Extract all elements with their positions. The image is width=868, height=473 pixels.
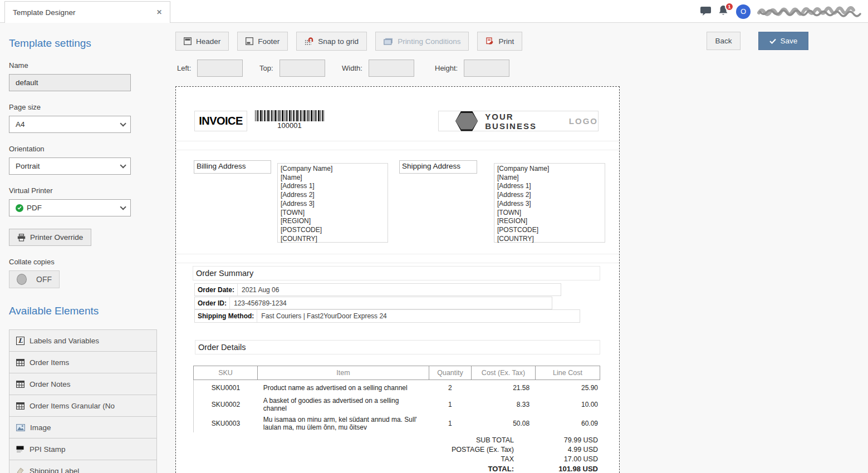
virtual-printer-value: PDF <box>27 204 42 212</box>
column-header-quantity: Quantity <box>429 366 472 380</box>
virtual-printer-select[interactable]: PDF <box>9 199 131 216</box>
width-label: Width: <box>342 64 362 72</box>
redacted-email-scribble <box>757 5 864 18</box>
width-input[interactable] <box>369 60 414 77</box>
order-id-row[interactable]: Order ID: 123-456789-1234 <box>194 297 552 309</box>
save-button-label: Save <box>781 37 798 45</box>
nav-actions: Back Save <box>707 32 808 50</box>
element-order-items[interactable]: Order Items <box>9 351 157 373</box>
name-input[interactable] <box>9 74 131 91</box>
footer-button-label: Footer <box>258 37 279 46</box>
shipping-method-row[interactable]: Shipping Method: Fast Couriers | Fast2Yo… <box>194 309 580 323</box>
header-icon <box>184 37 192 45</box>
cell-cost: 8.33 <box>471 401 535 408</box>
element-labels-and-variables[interactable]: L Labels and Variables <box>9 329 157 352</box>
printer-override-label: Printer Override <box>30 233 83 242</box>
cell-sku: SKU0001 <box>194 384 258 392</box>
tax-row: TAX 17.00 USD <box>193 454 600 464</box>
notifications-bell-icon[interactable]: 1 <box>718 5 730 18</box>
header-button[interactable]: Header <box>175 32 229 51</box>
orientation-select[interactable]: Portrait <box>9 157 131 175</box>
shipping-address-label-element[interactable]: Shipping Address <box>399 160 477 174</box>
notification-badge: 1 <box>725 2 734 11</box>
billing-address-values-element[interactable]: [Company Name][Name][Address 1][Address … <box>277 163 388 243</box>
labels-and-variables-icon: L <box>16 337 24 345</box>
page-size-label: Page size <box>9 103 159 111</box>
snap-to-grid-button[interactable]: Snap to grid <box>296 32 367 51</box>
top-input[interactable] <box>279 60 325 77</box>
logo-text-secondary: LOGO <box>569 116 598 126</box>
collate-copies-toggle[interactable]: OFF <box>9 270 60 288</box>
billing-address-label-element[interactable]: Billing Address <box>194 160 271 174</box>
section-divider <box>176 254 619 254</box>
table-row: SKU0001 Product name as advertised on a … <box>193 380 600 395</box>
invoice-title-element[interactable]: INVOICE <box>194 111 247 131</box>
design-canvas[interactable]: INVOICE 100001 YOUR BUSINESS LOGO Billin… <box>175 86 620 473</box>
cell-cost: 21.58 <box>471 384 535 392</box>
template-settings-panel: Template settings Name Page size A4 Orie… <box>9 23 159 473</box>
height-label: Height: <box>435 64 458 72</box>
element-image[interactable]: Image <box>9 416 157 438</box>
printing-conditions-button[interactable]: Printing Conditions <box>375 32 469 51</box>
orientation-label: Orientation <box>9 145 159 153</box>
element-order-notes[interactable]: Order Notes <box>9 373 157 395</box>
name-label: Name <box>9 61 159 70</box>
left-input[interactable] <box>197 60 243 77</box>
order-details-title[interactable]: Order Details <box>195 340 600 354</box>
footer-button[interactable]: Footer <box>237 32 288 51</box>
column-header-cost: Cost (Ex. Tax) <box>472 366 536 380</box>
cell-quantity: 1 <box>429 401 471 408</box>
order-id-value: 123-456789-1234 <box>229 297 552 309</box>
element-label: Order Notes <box>30 380 71 388</box>
green-check-icon <box>16 204 23 212</box>
element-shipping-label[interactable]: Shipping Label <box>9 460 157 473</box>
cell-cost: 50.08 <box>471 420 535 427</box>
postage-row: POSTAGE (Ex. Tax) 4.99 USD <box>193 445 600 454</box>
printer-icon <box>17 234 26 242</box>
image-icon <box>16 424 25 431</box>
hexagon-logo-icon <box>455 111 478 131</box>
avatar[interactable]: O <box>736 4 751 19</box>
page-size-select[interactable]: A4 <box>9 116 131 133</box>
back-button[interactable]: Back <box>707 32 741 50</box>
shipping-method-value: Fast Couriers | Fast2YourDoor Express 24 <box>257 310 580 322</box>
section-divider <box>176 263 619 263</box>
designer-toolbar: Header Footer Snap to grid Printing Cond… <box>175 32 522 51</box>
order-summary-title[interactable]: Order Summary <box>193 266 600 280</box>
business-logo-element[interactable]: YOUR BUSINESS LOGO <box>438 111 599 131</box>
save-button[interactable]: Save <box>758 32 808 50</box>
stamp-icon <box>16 446 24 453</box>
tax-label: TAX <box>330 455 514 463</box>
element-label: PPI Stamp <box>30 445 66 454</box>
table-row: SKU0002 A basket of goodies as advertise… <box>193 395 600 414</box>
element-label: Labels and Variables <box>30 337 99 345</box>
column-header-item: Item <box>258 366 429 380</box>
tab-title: Template Designer <box>13 8 156 17</box>
barcode-number: 100001 <box>255 121 324 130</box>
order-date-label: Order Date: <box>195 286 237 294</box>
printing-conditions-icon <box>384 38 393 45</box>
cell-quantity: 1 <box>429 420 471 427</box>
barcode-element[interactable] <box>255 110 324 121</box>
cell-line-cost: 10.00 <box>535 401 600 408</box>
element-label: Shipping Label <box>30 467 79 473</box>
element-label: Order Items <box>30 358 69 367</box>
total-row: TOTAL: 101.98 USD <box>193 464 600 473</box>
toggle-state: OFF <box>36 275 52 284</box>
print-button[interactable]: Print <box>477 32 522 51</box>
virtual-printer-label: Virtual Printer <box>9 186 159 195</box>
available-elements-list: L Labels and Variables Order Items Order… <box>9 329 157 473</box>
element-order-items-granular[interactable]: Order Items Granular (No <box>9 395 157 417</box>
tab-close-icon[interactable]: ✕ <box>156 8 162 16</box>
table-icon <box>16 402 24 410</box>
table-header-row: SKU Item Quantity Cost (Ex. Tax) Line Co… <box>193 366 600 380</box>
height-input[interactable] <box>464 60 509 77</box>
template-designer-tab[interactable]: Template Designer ✕ <box>4 1 170 23</box>
printer-override-button[interactable]: Printer Override <box>9 229 91 246</box>
order-details-table[interactable]: SKU Item Quantity Cost (Ex. Tax) Line Co… <box>193 366 600 473</box>
shipping-address-values-element[interactable]: [Company Name][Name][Address 1][Address … <box>494 163 605 243</box>
chevron-down-icon <box>120 204 126 210</box>
chat-icon[interactable] <box>700 6 712 17</box>
element-ppi-stamp[interactable]: PPI Stamp <box>9 438 157 460</box>
order-date-row[interactable]: Order Date: 2021 Aug 06 <box>194 283 561 296</box>
